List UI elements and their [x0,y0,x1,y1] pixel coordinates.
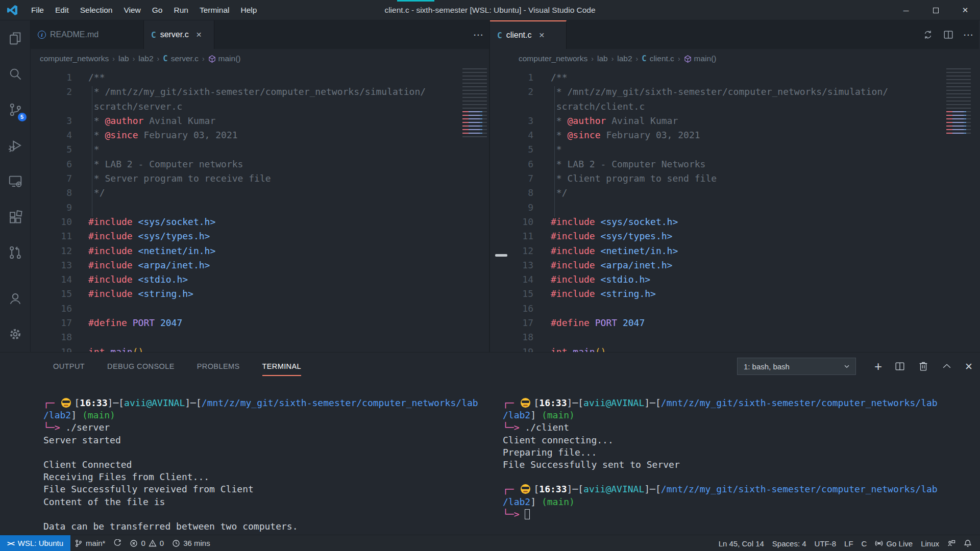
run-debug-icon[interactable] [0,128,31,163]
code-editor-client[interactable]: 1/**2 * /mnt/z/my_git/sixth-semester/com… [490,68,979,352]
terminal-line[interactable]: ┌─ [16:33]─[avii@AVINAL]─[/mnt/z/my_git/… [503,484,980,496]
explorer-icon[interactable] [0,20,31,56]
code-line[interactable]: 3 * @author Avinal Kumar [490,115,979,130]
terminal-line[interactable]: File Successfully sent to Server [503,459,980,471]
terminal-line[interactable]: ┌─ [16:33]─[avii@AVINAL]─[/mnt/z/my_git/… [43,397,490,410]
code-line[interactable]: 3 * @author Avinal Kumar [31,115,489,130]
menu-file[interactable]: File [26,0,50,20]
code-line[interactable]: 11#include <sys/types.h> [490,231,979,245]
notifications-button[interactable] [960,535,976,551]
remote-explorer-icon[interactable] [0,163,31,199]
terminal-line[interactable]: └─> [503,509,980,521]
code-line[interactable]: 9 [31,202,489,216]
terminal-line[interactable] [503,471,980,484]
code-line[interactable]: 7 * Server program to receive file [31,173,489,187]
branch-indicator[interactable]: main* [70,535,109,551]
code-line[interactable]: 10#include <sys/socket.h> [31,216,489,231]
remote-indicator[interactable]: >< WSL: Ubuntu [0,535,70,551]
terminal-line[interactable] [43,509,490,521]
os-indicator[interactable]: Linux [917,535,943,551]
code-line[interactable]: 7 * Client program to send file [490,173,979,187]
menu-terminal[interactable]: Terminal [194,0,235,20]
terminal-line[interactable] [43,447,490,459]
panel-tab-output[interactable]: OUTPUT [53,353,85,381]
language-indicator[interactable]: C [857,535,871,551]
code-line[interactable]: 1/** [490,72,979,86]
code-line[interactable]: 16 [490,303,979,317]
terminal-line[interactable]: ┌─ [16:33]─[avii@AVINAL]─[/mnt/z/my_git/… [503,397,980,410]
code-line[interactable]: 15#include <string.h> [31,288,489,303]
close-tab-icon[interactable]: ✕ [538,31,545,39]
code-line[interactable]: 1/** [31,72,489,86]
menu-view[interactable]: View [118,0,146,20]
terminal-line[interactable]: File Successfully reveived from Client [43,484,490,496]
breadcrumb-item[interactable]: main() [218,54,241,63]
terminal-line[interactable]: └─> ./server [43,422,490,434]
panel-tab-problems[interactable]: PROBLEMS [197,353,240,381]
terminal-line[interactable]: Preparing file... [503,447,980,459]
source-control-icon[interactable]: 5 [0,92,31,128]
menu-selection[interactable]: Selection [75,0,118,20]
breadcrumb-item[interactable]: lab2 [138,54,153,63]
search-icon[interactable] [0,56,31,92]
breadcrumb-item[interactable]: lab [118,54,129,63]
minimap[interactable] [946,68,971,135]
split-editor-icon[interactable] [943,29,954,40]
code-line[interactable]: 14#include <stdio.h> [490,274,979,288]
code-line[interactable]: 2 * /mnt/z/my_git/sixth-semester/compute… [31,86,489,101]
code-line[interactable]: 10#include <sys/socket.h> [490,216,979,231]
code-line[interactable]: 19int main() [490,346,979,352]
menu-run[interactable]: Run [168,0,193,20]
terminal-line[interactable]: /lab2] (main) [503,496,980,509]
settings-gear-icon[interactable] [0,316,31,352]
cursor-position[interactable]: Ln 45, Col 14 [715,535,768,551]
code-line[interactable]: 11#include <sys/types.h> [31,231,489,245]
problems-indicator[interactable]: 0 0 [126,535,168,551]
terminal-line[interactable]: /lab2] (main) [43,410,490,422]
terminal-line[interactable]: Client connecting... [503,435,980,447]
code-line[interactable]: 4 * @since February 03, 2021 [490,130,979,144]
code-line[interactable]: 16 [31,303,489,317]
panel-tab-debug-console[interactable]: DEBUG CONSOLE [107,353,175,381]
pull-request-icon[interactable] [0,235,31,270]
panel-tab-terminal[interactable]: TERMINAL [262,353,302,381]
code-line[interactable]: scratch/client.c [490,101,979,115]
extensions-icon[interactable] [0,199,31,235]
code-line[interactable]: 5 * [31,144,489,158]
breadcrumb-item[interactable]: lab [597,54,608,63]
menu-edit[interactable]: Edit [50,0,75,20]
code-line[interactable]: 18 [31,332,489,346]
feedback-button[interactable] [943,535,960,551]
terminal-line[interactable]: Client Connected [43,459,490,471]
code-line[interactable]: 19int main() [31,346,489,352]
more-actions-icon[interactable]: ⋯ [963,29,974,41]
breadcrumb-item[interactable]: lab2 [617,54,632,63]
close-panel-icon[interactable]: ✕ [965,361,973,372]
encoding-indicator[interactable]: UTF-8 [811,535,841,551]
code-line[interactable]: 12#include <netinet/in.h> [490,245,979,260]
terminal-line[interactable]: Receiving Files from Client... [43,471,490,484]
menu-help[interactable]: Help [235,0,263,20]
code-line[interactable]: 15#include <string.h> [490,288,979,303]
code-line[interactable]: 13#include <arpa/inet.h> [31,260,489,274]
terminal-server[interactable]: ┌─ [16:33]─[avii@AVINAL]─[/mnt/z/my_git/… [31,381,490,535]
split-terminal-icon[interactable] [894,361,905,372]
code-editor-server[interactable]: 1/**2 * /mnt/z/my_git/sixth-semester/com… [31,68,489,352]
minimize-icon[interactable]: ─ [891,0,921,20]
more-actions-icon[interactable]: ⋯ [473,29,484,41]
eol-indicator[interactable]: LF [840,535,857,551]
indentation-indicator[interactable]: Spaces: 4 [768,535,811,551]
kill-terminal-icon[interactable] [918,361,929,372]
timer-indicator[interactable]: 36 mins [168,535,214,551]
code-line[interactable]: 6 * LAB 2 - Computer Networks [490,159,979,173]
terminal-select[interactable]: 1: bash, bash [737,358,856,375]
terminal-line[interactable]: /lab2] (main) [503,410,980,422]
tab-client-c[interactable]: C client.c ✕ [490,20,567,49]
minimap[interactable] [462,68,487,140]
close-icon[interactable]: ✕ [950,0,980,20]
tab-readme[interactable]: i README.md [31,20,144,49]
maximize-icon[interactable] [921,0,950,20]
maximize-panel-icon[interactable] [941,361,952,372]
terminal-line[interactable]: Data can be transferred between two comp… [43,521,490,533]
terminal-line[interactable]: └─> ./client [503,422,980,434]
